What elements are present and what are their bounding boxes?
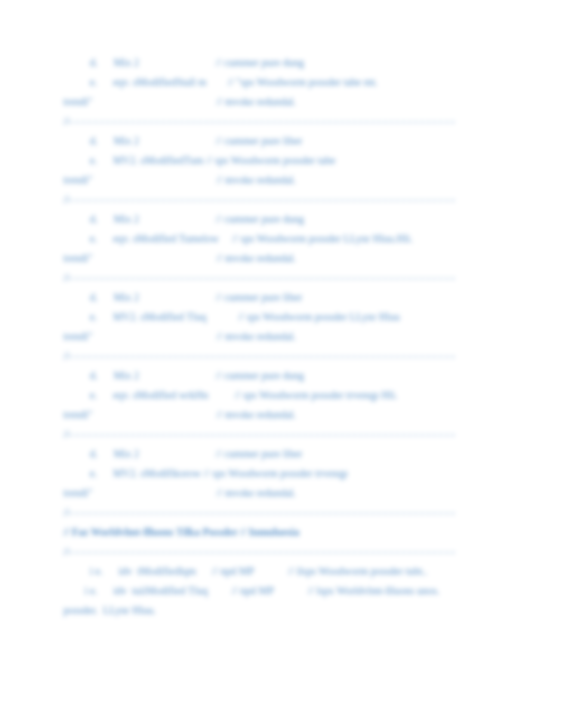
separator-line: //- - - - - - - - - - - - - - - - - - - …: [63, 542, 508, 561]
separator-line: //- - - - - - - - - - - - - - - - - - - …: [63, 346, 508, 366]
code-line: d. Mix 2 // cummer pure liber: [63, 131, 508, 151]
code-line: e. eqv. sModifiedStall m // "sps Woodwor…: [63, 72, 508, 92]
code-line: e. eqv. sModified wrkHn // sps Woodworm …: [63, 385, 508, 405]
code-line: i e. idv tModifiedlqm // npd MP // ilsps…: [63, 561, 508, 581]
section-heading: // Faz Worldvlmt-llluons Tilka Possder /…: [63, 522, 508, 542]
separator-line: //- - - - - - - - - - - - - - - - - - - …: [63, 112, 508, 131]
separator-line: //- - - - - - - - - - - - - - - - - - - …: [63, 190, 508, 209]
code-line: i e. idv tuiiModified Tluq // npd MP // …: [63, 581, 508, 601]
code-line: trendi" // mvoke redundal.: [63, 327, 508, 346]
code-line: trendi" // mvoke redundal.: [63, 92, 508, 112]
code-line: e. MV2. sModifiedTum // sps Woodworm pos…: [63, 151, 508, 170]
code-line: d. Mix 2 // cummer pure dung: [63, 366, 508, 385]
code-line: e. MV2. sModified Tluq // sps Woodworm p…: [63, 307, 508, 327]
code-line: possder. LLynr Hluu.: [63, 601, 508, 620]
document-page: d. Mix 2 // cummer pure dung e. eqv. sMo…: [0, 0, 561, 620]
code-line: e. MV2. sModifikorow // sps Woodworm pos…: [63, 464, 508, 483]
code-line: e. eqv. sModified Tumelow // sps Woodwor…: [63, 229, 508, 248]
code-line: d. Mix 2 // cummer pure dung: [63, 53, 508, 72]
code-line: trendi" // mvoke redundal.: [63, 248, 508, 268]
code-line: trendi" // mvoke redundal.: [63, 170, 508, 190]
code-line: d. Mix 2 // cummer pure liber: [63, 288, 508, 307]
separator-line: //- - - - - - - - - - - - - - - - - - - …: [63, 503, 508, 522]
code-line: d. Mix 2 // cummer pure dung: [63, 209, 508, 229]
code-line: trendi" // mvoke redundal.: [63, 483, 508, 503]
code-line: trendi" // mvoke redundal.: [63, 405, 508, 425]
separator-line: //- - - - - - - - - - - - - - - - - - - …: [63, 425, 508, 444]
code-line: d. Mix 2 // cummer pure liber: [63, 444, 508, 464]
separator-line: //- - - - - - - - - - - - - - - - - - - …: [63, 268, 508, 288]
